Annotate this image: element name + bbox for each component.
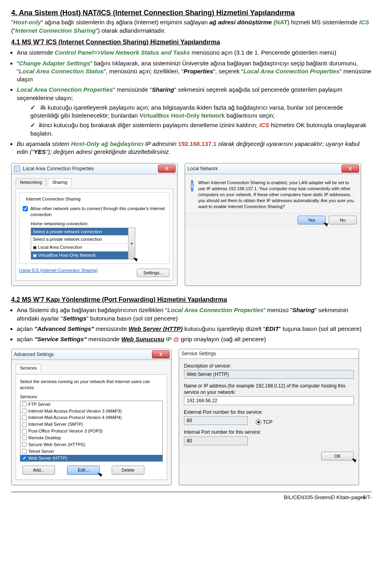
ok-button[interactable]: OK	[321, 452, 354, 461]
txt: ) hizmeti MS sistemlerinde	[287, 19, 359, 26]
txt: IP adresinin	[144, 140, 178, 147]
close-button[interactable]: X	[158, 165, 176, 173]
txt: " tuşuna basın (sol alt pencere)	[279, 325, 361, 332]
label-ext-port: External Port number for this service:	[184, 409, 354, 415]
shield-icon	[14, 165, 20, 172]
footer-row: Using ICS (Internet Connection Sharing) …	[19, 267, 170, 277]
term-web-sunucusu: Web Sunucusu	[121, 336, 164, 342]
tab-panel: Select the services running on your netw…	[16, 374, 167, 480]
tab-services[interactable]: Services	[16, 364, 41, 372]
dropdown-option[interactable]: ▣ Local Area Connection	[31, 243, 135, 251]
service-row[interactable]: Web Server (HTTP)	[20, 455, 162, 462]
label-desc: Description of service:	[184, 363, 354, 369]
field-ext-port	[184, 416, 248, 425]
txt: açılan	[17, 336, 34, 342]
service-label: Internet Mail Access Protocol Version 4 …	[28, 415, 122, 421]
service-checkbox[interactable]	[22, 409, 27, 413]
close-button[interactable]: X	[152, 350, 170, 358]
service-checkbox[interactable]	[22, 442, 27, 447]
service-checkbox[interactable]	[22, 402, 27, 407]
term-service-settings: "Service Settings"	[34, 336, 87, 342]
term-ics: ICS	[359, 19, 369, 26]
txt: "); değişen adresi gerektiğinde düzelteb…	[46, 148, 170, 155]
txt: Local Area Connection	[38, 245, 82, 250]
chevron-down-icon[interactable]: ▾	[128, 228, 135, 259]
link-using-ics[interactable]: Using ICS (Internet Connection Sharing)	[19, 268, 98, 273]
dialog-advanced-settings: Advanced Settings X Services Select the …	[11, 349, 172, 485]
service-row[interactable]: Internet Mail Access Protocol Version 3 …	[20, 408, 162, 415]
txt: bağlantısını seçin;	[225, 112, 274, 119]
field-ip[interactable]	[184, 396, 354, 405]
txt: ", seçerek "	[213, 68, 243, 75]
txt: " menüsü "	[263, 307, 292, 313]
tab-strip: Services	[16, 364, 167, 372]
sublist-item: ✓ikinci kutucuğu boş bırakarak diğer sis…	[30, 121, 372, 138]
service-row[interactable]: Internet Mail Access Protocol Version 4 …	[20, 414, 162, 421]
desc-text: Select the services running on your netw…	[20, 379, 163, 391]
txt: kutucuğunu işaretleyip düzelt "	[183, 325, 265, 332]
service-checkbox[interactable]	[22, 429, 27, 434]
window-title: Local Area Connection Properties	[23, 165, 94, 172]
dropdown-option-highlighted[interactable]: ▣ VirtualBox Host-Only Network	[31, 251, 135, 259]
service-row[interactable]: Internet Mail Server (SMTP)	[20, 421, 162, 428]
term-yes: YES	[34, 148, 46, 155]
term-lacs: Local Area Connection Status	[19, 68, 104, 75]
service-checkbox[interactable]	[22, 422, 27, 427]
info-icon: i	[191, 180, 193, 192]
service-row[interactable]: Remote Desktop	[20, 435, 162, 441]
service-row[interactable]: FTP Server	[20, 401, 162, 408]
term-ho-adapter: Host-Only ağ bağdaştırıcı	[71, 140, 144, 147]
services-label: Services:	[20, 394, 163, 400]
dropdown-option[interactable]: Select a private network connection	[31, 235, 135, 243]
delete-button[interactable]: Delete	[112, 466, 144, 475]
page-number: 6	[363, 494, 366, 501]
tab-sharing[interactable]: Sharing	[48, 178, 72, 186]
term-settings: Settings	[63, 315, 86, 322]
checkbox-input[interactable]	[23, 206, 28, 211]
service-row[interactable]: Secure Web Server (HTTPS)	[20, 441, 162, 448]
group-legend: Internet Connection Sharing	[24, 196, 82, 202]
txt: Bu aşamada sistem	[17, 140, 71, 147]
txt: Ana Sistemi dış ağa bağlayan bağdaştırıc…	[17, 307, 167, 313]
add-button[interactable]: Add...	[22, 466, 55, 475]
service-row[interactable]: Telnet Server	[20, 448, 162, 455]
heading-4-2: 4.2 MS W'7 Kapı Yönlendirme (Port Forwar…	[11, 295, 372, 304]
tab-networking[interactable]: Networking	[16, 178, 46, 186]
service-checkbox[interactable]	[22, 456, 27, 460]
service-label: Post-Office Protocol Version 3 (POP3)	[28, 428, 103, 434]
service-label: Telnet Server	[28, 448, 54, 454]
dropdown-home-net[interactable]: Select a private network connection ▾ Se…	[31, 228, 135, 260]
term-edit: EDIT	[265, 325, 279, 332]
yes-button[interactable]: Yes	[298, 216, 326, 225]
tab-panel: Internet Connection Sharing Allow other …	[16, 189, 173, 281]
service-checkbox[interactable]	[22, 449, 27, 454]
radio-tcp[interactable]: TCP	[256, 419, 272, 425]
close-button[interactable]: X	[342, 165, 359, 173]
txt: " menüsünde "	[113, 86, 152, 93]
page-footer: BIL/CEN335-Sistem El Kitabı -page 6 /7-	[11, 492, 372, 501]
check-icon: ✓	[30, 122, 39, 128]
no-button[interactable]: No	[329, 216, 357, 225]
settings-button[interactable]: Settings...	[137, 269, 170, 277]
service-label: Internet Mail Server (SMTP)	[28, 421, 83, 427]
checkbox-allow-share[interactable]: Allow other network users to connect thr…	[23, 206, 166, 218]
list-4-1: Ana sistemde Control Panel=>View Network…	[17, 49, 372, 156]
term-cas: Change Adapter Settings	[19, 60, 90, 67]
service-label: Secure Web Server (HTTPS)	[28, 442, 85, 448]
dialog-button-row: Yes No	[185, 213, 361, 229]
button-row: Add... Edit... Delete	[20, 462, 163, 478]
term-nat: NAT	[276, 19, 288, 26]
service-checkbox[interactable]	[22, 415, 27, 420]
service-checkbox[interactable]	[22, 435, 27, 440]
txt: " butonuna basın (sol üst pencere)	[87, 315, 178, 322]
edit-button[interactable]: Edit...	[67, 466, 100, 475]
services-listbox[interactable]: FTP ServerInternet Mail Access Protocol …	[20, 401, 163, 462]
list-item: Ana Sistemi dış ağa bağlayan bağdaştırıc…	[17, 306, 372, 323]
service-row[interactable]: Post-Office Protocol Version 3 (POP3)	[20, 428, 162, 435]
list-item: "Change Adapter Settings" bağını tıklaya…	[17, 59, 372, 84]
title-bar: Advanced Settings X	[12, 349, 171, 360]
list-4-2: Ana Sistemi dış ağa bağlayan bağdaştırıc…	[17, 306, 372, 343]
title-bar: Local Area Connection Properties X	[12, 163, 177, 174]
term-sharing: Sharing	[152, 86, 174, 93]
service-label: FTP Server	[28, 401, 51, 407]
